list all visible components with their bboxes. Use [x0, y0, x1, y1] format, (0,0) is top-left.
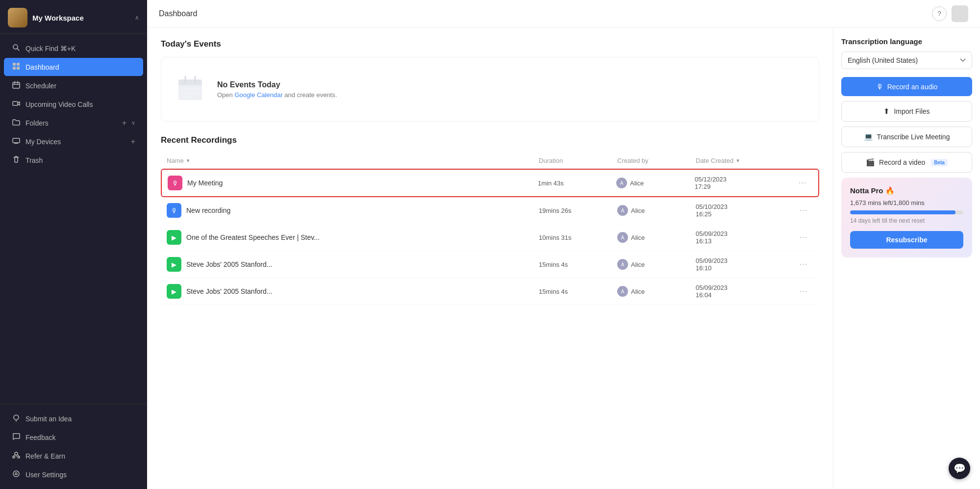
- svg-rect-4: [13, 67, 16, 70]
- record-audio-button[interactable]: 🎙 Record an audio: [841, 77, 972, 96]
- sidebar-label-refer-earn: Refer & Earn: [25, 452, 135, 460]
- progress-bar-fill: [850, 210, 955, 214]
- sidebar: My Workspace ∧ Quick Find ⌘+K Dashboard …: [0, 0, 147, 489]
- svg-rect-5: [17, 67, 20, 70]
- pro-mins: 1,673 mins left/1,800 mins: [850, 199, 963, 206]
- right-panel: Transcription language English (United S…: [833, 27, 980, 489]
- screen-icon: 💻: [864, 132, 873, 141]
- events-card: No Events Today Open Google Calendar and…: [161, 57, 819, 122]
- recordings-section-title: Recent Recordings: [161, 135, 819, 145]
- chat-bubble-button[interactable]: 💬: [949, 458, 970, 479]
- pro-card-title: Notta Pro 🔥: [850, 186, 963, 195]
- workspace-avatar: [8, 8, 27, 27]
- google-calendar-link[interactable]: Google Calendar: [234, 91, 282, 99]
- svg-rect-3: [17, 63, 20, 66]
- sidebar-bottom: Submit an Idea Feedback Refer & Earn Use…: [0, 404, 147, 489]
- recording-icon: ▶: [167, 257, 181, 272]
- recording-icon: 🎙: [168, 176, 182, 190]
- action-buttons: 🎙 Record an audio ⬆ Import Files 💻 Trans…: [841, 77, 972, 173]
- recording-name: Steve Jobs' 2005 Stanford...: [186, 287, 272, 295]
- svg-line-1: [17, 49, 19, 51]
- sidebar-item-trash[interactable]: Trash: [4, 151, 143, 169]
- sidebar-item-quick-find[interactable]: Quick Find ⌘+K: [4, 39, 143, 57]
- sidebar-item-dashboard[interactable]: Dashboard: [4, 58, 143, 76]
- recording-row[interactable]: 🎙 New recording 19mins 26s A Alice 05/10…: [161, 197, 819, 224]
- recording-row[interactable]: 🎙 My Meeting 1min 43s A Alice 05/12/2023…: [161, 169, 819, 197]
- topbar-right: ?: [932, 5, 968, 22]
- import-files-button[interactable]: ⬆ Import Files: [841, 101, 972, 122]
- main-area: Dashboard ? Today's Events: [147, 0, 980, 489]
- no-events-title: No Events Today: [217, 80, 337, 89]
- video-icon: 🎬: [866, 158, 875, 167]
- sidebar-item-upcoming-video[interactable]: Upcoming Video Calls: [4, 95, 143, 113]
- recording-icon: 🎙: [167, 203, 181, 218]
- date-sort-icon: ▼: [735, 158, 740, 163]
- help-button[interactable]: ?: [932, 6, 947, 21]
- recording-row[interactable]: ▶ Steve Jobs' 2005 Stanford... 15mins 4s…: [161, 251, 819, 278]
- col-actions-header: [794, 157, 813, 164]
- svg-rect-11: [13, 138, 20, 143]
- workspace-header[interactable]: My Workspace ∧: [0, 0, 147, 34]
- sidebar-label-trash: Trash: [25, 156, 135, 164]
- recording-name: One of the Greatest Speeches Ever | Stev…: [186, 233, 320, 241]
- recording-creator: A Alice: [617, 205, 696, 216]
- sidebar-label-feedback: Feedback: [25, 434, 135, 441]
- recording-name: Steve Jobs' 2005 Stanford...: [186, 260, 272, 268]
- creator-avatar: A: [617, 205, 628, 216]
- transcription-panel-title: Transcription language: [841, 37, 972, 46]
- language-select[interactable]: English (United States): [841, 51, 972, 69]
- recording-row[interactable]: ▶ Steve Jobs' 2005 Stanford... 15mins 4s…: [161, 278, 819, 305]
- sidebar-item-folders[interactable]: Folders+∨: [4, 114, 143, 132]
- plus-icon-folders[interactable]: +: [122, 119, 126, 128]
- chevron-icon-folders[interactable]: ∨: [131, 120, 135, 126]
- no-events-desc: Open Google Calendar and create events.: [217, 91, 337, 99]
- svg-rect-2: [13, 63, 16, 66]
- recording-more-button[interactable]: ···: [794, 233, 813, 242]
- recording-more-button[interactable]: ···: [794, 287, 813, 296]
- recording-icon: ▶: [167, 284, 181, 299]
- dashboard-icon: [12, 62, 21, 72]
- svg-point-15: [15, 452, 18, 455]
- sidebar-label-my-devices: My Devices: [25, 138, 126, 146]
- recording-duration: 15mins 4s: [539, 288, 617, 295]
- col-name-header[interactable]: Name ▼: [167, 157, 539, 164]
- resubscribe-button[interactable]: Resubscribe: [850, 231, 963, 249]
- sidebar-item-submit-idea[interactable]: Submit an Idea: [4, 410, 143, 428]
- sidebar-label-folders: Folders: [25, 119, 117, 127]
- sidebar-label-submit-idea: Submit an Idea: [25, 415, 135, 423]
- user-avatar-button[interactable]: [952, 5, 968, 22]
- creator-avatar: A: [616, 178, 627, 188]
- recording-duration: 10mins 31s: [539, 234, 617, 241]
- recording-row[interactable]: ▶ One of the Greatest Speeches Ever | St…: [161, 224, 819, 251]
- sidebar-item-my-devices[interactable]: My Devices+: [4, 132, 143, 151]
- refer-earn-icon: [12, 451, 21, 461]
- workspace-chevron-icon: ∧: [135, 14, 139, 21]
- svg-rect-21: [178, 79, 202, 85]
- transcribe-live-button[interactable]: 💻 Transcribe Live Meeting: [841, 127, 972, 147]
- folders-icon: [12, 118, 21, 128]
- feedback-icon: [12, 433, 21, 442]
- record-video-button[interactable]: 🎬 Record a video Beta: [841, 152, 972, 173]
- recording-creator: A Alice: [616, 178, 695, 188]
- recording-duration: 19mins 26s: [539, 207, 617, 214]
- col-duration-header: Duration: [539, 157, 617, 164]
- sidebar-item-feedback[interactable]: Feedback: [4, 428, 143, 446]
- sidebar-item-user-settings[interactable]: User Settings: [4, 465, 143, 484]
- sidebar-item-scheduler[interactable]: Scheduler: [4, 77, 143, 95]
- recording-more-button[interactable]: ···: [793, 179, 812, 187]
- upload-icon: ⬆: [883, 107, 890, 116]
- col-date-header[interactable]: Date Created ▼: [696, 157, 794, 164]
- recording-more-button[interactable]: ···: [794, 260, 813, 269]
- plus-icon-my-devices[interactable]: +: [131, 137, 135, 146]
- recording-date: 05/09/202316:10: [696, 257, 794, 272]
- recording-name-cell: ▶ One of the Greatest Speeches Ever | St…: [167, 230, 539, 245]
- beta-badge: Beta: [931, 159, 948, 166]
- no-events-icon: [173, 72, 207, 106]
- creator-avatar: A: [617, 259, 628, 270]
- upcoming-video-icon: [12, 100, 21, 109]
- quick-find-icon: [12, 44, 21, 53]
- sidebar-item-refer-earn[interactable]: Refer & Earn: [4, 447, 143, 465]
- pro-reset-text: 14 days left till the next reset: [850, 217, 963, 224]
- recording-more-button[interactable]: ···: [794, 206, 813, 215]
- svg-point-13: [14, 415, 19, 420]
